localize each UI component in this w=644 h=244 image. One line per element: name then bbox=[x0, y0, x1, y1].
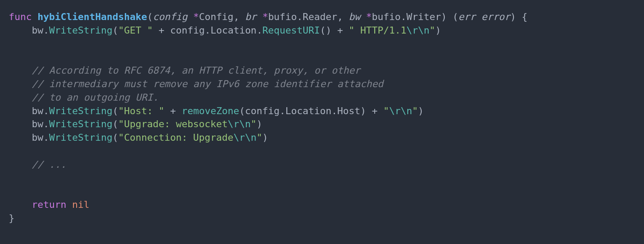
punct: . bbox=[43, 25, 49, 36]
punct: ) bbox=[418, 105, 424, 116]
id-bw: bw bbox=[32, 132, 44, 143]
punct: ( bbox=[112, 132, 118, 143]
param-bw: bw bbox=[349, 11, 361, 22]
call-requesturi: RequestURI bbox=[262, 25, 320, 36]
id-bw: bw bbox=[32, 25, 44, 36]
punct: ( bbox=[112, 105, 118, 116]
esc-n: \n bbox=[418, 25, 430, 36]
str-close: " bbox=[412, 105, 418, 116]
func-name: hybiClientHandshake bbox=[37, 11, 147, 22]
esc-r: \r bbox=[389, 105, 401, 116]
punct: . bbox=[205, 25, 210, 36]
str-get: "GET " bbox=[118, 25, 153, 36]
type-config: Config bbox=[199, 11, 233, 22]
punct: ( bbox=[239, 105, 245, 116]
esc-n: \n bbox=[239, 119, 251, 129]
ret-error: error bbox=[481, 11, 510, 22]
punct: } bbox=[9, 213, 14, 224]
type-reader: bufio.Reader bbox=[268, 11, 337, 22]
comment-line-1: // According to RFC 6874, an HTTP client… bbox=[32, 65, 360, 76]
punct: () bbox=[320, 25, 332, 36]
type-writer: bufio.Writer bbox=[372, 11, 441, 22]
code-block: func hybiClientHandshake(config *Config,… bbox=[0, 0, 644, 236]
str-upgrade-ws: "Upgrade: websocket bbox=[118, 119, 228, 129]
str-close: " bbox=[257, 132, 262, 143]
keyword-func: func bbox=[9, 11, 32, 22]
call-writestring: WriteString bbox=[49, 119, 113, 129]
call-writestring: WriteString bbox=[49, 25, 113, 36]
punct: ( bbox=[112, 25, 118, 36]
ret-err: err bbox=[458, 11, 476, 22]
punct: ) bbox=[257, 119, 262, 129]
punct: . bbox=[257, 25, 262, 36]
esc-r: \r bbox=[406, 25, 418, 36]
punct: . bbox=[332, 105, 337, 116]
punct: ) ( bbox=[441, 11, 459, 22]
op-star: * bbox=[366, 11, 372, 22]
id-config: config bbox=[245, 105, 279, 116]
esc-r: \r bbox=[228, 119, 239, 129]
call-removezone: removeZone bbox=[181, 105, 239, 116]
op-star: * bbox=[193, 11, 199, 22]
punct: , bbox=[337, 11, 349, 22]
param-br: br bbox=[245, 11, 257, 22]
op-plus: + bbox=[158, 25, 164, 36]
punct: ( bbox=[112, 119, 118, 129]
punct: . bbox=[43, 105, 49, 116]
id-bw: bw bbox=[32, 105, 44, 116]
punct: ( bbox=[147, 11, 153, 22]
punct: . bbox=[280, 105, 285, 116]
punct: ) { bbox=[510, 11, 528, 22]
punct: ) bbox=[360, 105, 366, 116]
op-plus: + bbox=[170, 105, 176, 116]
id-config: config bbox=[170, 25, 205, 36]
str-close: " bbox=[251, 119, 256, 129]
comment-line-3: // to an outgoing URI. bbox=[32, 92, 158, 103]
punct: . bbox=[43, 132, 49, 143]
op-star: * bbox=[262, 11, 268, 22]
keyword-return: return bbox=[32, 199, 66, 210]
punct: ) bbox=[435, 25, 441, 36]
punct: ) bbox=[262, 132, 268, 143]
op-plus: + bbox=[372, 105, 378, 116]
str-close: " bbox=[429, 25, 435, 36]
str-http11: " HTTP/1.1 bbox=[349, 25, 406, 36]
prop-location: Location bbox=[211, 25, 257, 36]
prop-location: Location bbox=[285, 105, 332, 116]
op-plus: + bbox=[337, 25, 343, 36]
punct: . bbox=[43, 119, 49, 129]
punct: , bbox=[234, 11, 245, 22]
param-config: config bbox=[153, 11, 187, 22]
esc-n: \n bbox=[401, 105, 413, 116]
esc-n: \n bbox=[245, 132, 257, 143]
str-conn-upgrade: "Connection: Upgrade bbox=[118, 132, 234, 143]
prop-host: Host bbox=[337, 105, 360, 116]
nil-literal: nil bbox=[72, 199, 90, 210]
esc-r: \r bbox=[234, 132, 245, 143]
str-host: "Host: " bbox=[118, 105, 164, 116]
id-bw: bw bbox=[32, 119, 44, 129]
comment-ellipsis: // ... bbox=[32, 159, 66, 170]
call-writestring: WriteString bbox=[49, 105, 113, 116]
str-rn-open: " bbox=[383, 105, 389, 116]
call-writestring: WriteString bbox=[49, 132, 113, 143]
comment-line-2: // intermediary must remove any IPv6 zon… bbox=[32, 78, 383, 89]
